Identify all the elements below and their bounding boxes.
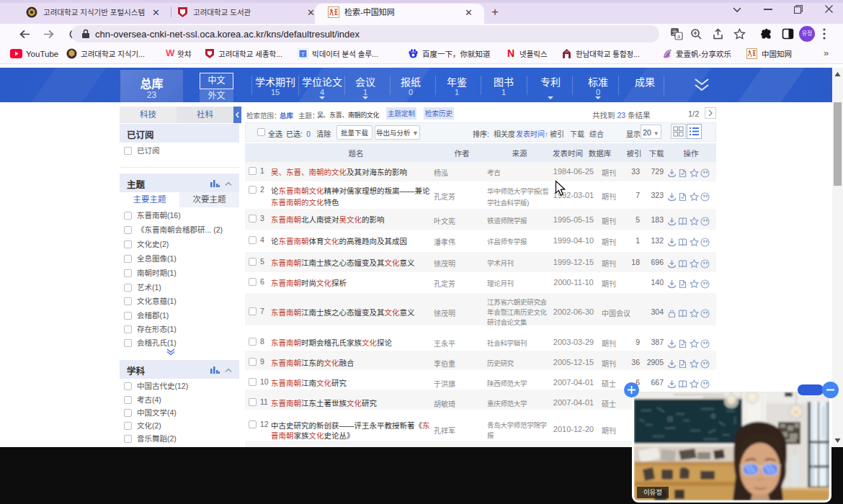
svg-text:a: a <box>677 34 680 39</box>
svg-text:T: T <box>301 51 305 58</box>
